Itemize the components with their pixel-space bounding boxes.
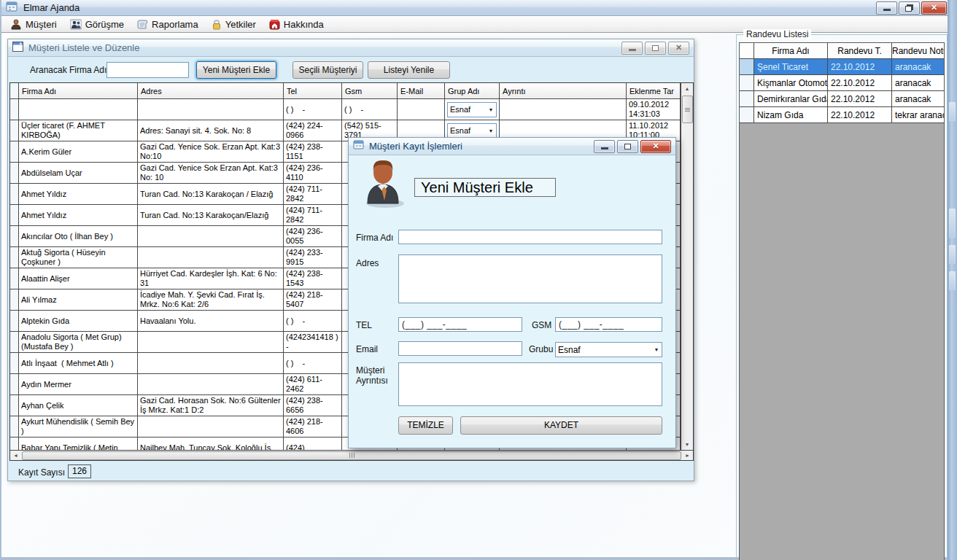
cell-firma[interactable]: Nizam Gıda xyxy=(754,107,828,123)
cell-firma[interactable]: Aykurt Mühendislik ( Semih Bey ) xyxy=(19,416,138,438)
delete-customer-button[interactable]: Seçili Müşteriyi Sil xyxy=(292,61,363,79)
row-header-cell[interactable] xyxy=(740,107,754,123)
cell-ayrinti[interactable] xyxy=(500,99,627,120)
cell-firma[interactable]: Ali Yılmaz xyxy=(19,289,138,311)
clear-button[interactable]: TEMİZLE xyxy=(398,416,453,435)
row-header-cell[interactable] xyxy=(10,332,19,353)
row-header-cell[interactable] xyxy=(10,205,19,226)
cell-firma[interactable]: Ahmet Yıldız xyxy=(19,184,138,205)
grup-combo[interactable]: Esnaf▼ xyxy=(447,102,497,117)
col-randevu-notu[interactable]: Randevu Notu xyxy=(892,43,945,59)
cell-randevu-tarihi[interactable]: 22.10.2012 xyxy=(828,91,892,107)
cell-firma[interactable]: Akıncılar Oto ( İlhan Bey ) xyxy=(19,226,138,247)
cell-randevu-tarihi[interactable]: 22.10.2012 xyxy=(828,75,892,91)
tel-input[interactable]: (___) ___-____ xyxy=(398,317,522,332)
row-header-cell[interactable] xyxy=(10,141,19,163)
corner-header[interactable] xyxy=(740,43,754,59)
dialog-minimize-button[interactable] xyxy=(594,140,615,153)
menu-yetkiler[interactable]: Yetkiler xyxy=(205,17,263,32)
scroll-up-icon[interactable]: ▲ xyxy=(681,83,693,94)
cell-firma[interactable]: Aktuğ Sigorta ( Hüseyin Çoşkuner ) xyxy=(19,247,138,268)
cell-tel[interactable]: (424) 218-5407 xyxy=(284,289,342,311)
cell-tel[interactable]: (424) xyxy=(284,438,342,450)
cell-adres[interactable]: Hürriyet Cad. Kardeşler İşh. Kat: 6 No: … xyxy=(138,268,284,289)
scroll-right-icon[interactable]: ► xyxy=(682,451,693,461)
col-adres[interactable]: Adres xyxy=(138,83,284,99)
cell-randevu-notu[interactable]: aranacak xyxy=(892,75,945,91)
appointment-row[interactable]: Kişmanlar Otomotiv22.10.2012aranacak xyxy=(740,75,945,91)
gsm-input[interactable]: (___) ___-____ xyxy=(555,317,662,332)
cell-firma[interactable]: Ahmet Yıldız xyxy=(19,205,138,226)
refresh-list-button[interactable]: Listeyi Yenile xyxy=(368,61,450,79)
row-header-cell[interactable] xyxy=(10,247,19,268)
cell-firma[interactable] xyxy=(19,99,138,120)
cell-randevu-notu[interactable]: aranacak xyxy=(892,59,945,75)
cell-tel[interactable]: (424) 236-0055 xyxy=(284,226,342,247)
cell-firma[interactable]: Alaattin Alişer xyxy=(19,268,138,289)
cell-firma[interactable]: Alptekin Gıda xyxy=(19,311,138,332)
vertical-scroll-thumb[interactable] xyxy=(682,96,693,123)
col-tel[interactable]: Tel xyxy=(284,83,342,99)
cell-tel[interactable]: (424) 238-6656 xyxy=(284,395,342,416)
dialog-maximize-button[interactable] xyxy=(617,140,638,153)
cell-adres[interactable] xyxy=(138,332,284,353)
cell-adres[interactable]: İcadiye Mah. Y. Şevki Cad. Fırat İş. Mrk… xyxy=(138,289,284,311)
scroll-left-icon[interactable]: ◄ xyxy=(10,451,21,461)
menu-musteri[interactable]: Müşteri xyxy=(4,17,63,32)
cell-firma[interactable]: Demirkıranlar Gıda xyxy=(754,91,828,107)
cell-firma[interactable]: Şenel Ticaret xyxy=(754,59,828,75)
row-header-cell[interactable] xyxy=(740,91,754,107)
cell-adres[interactable]: Turan Cad. No:13 Karakoçan / Elazığ xyxy=(138,184,284,205)
cell-adres[interactable]: Turan Cad. No:13 Karakoçan/Elazığ xyxy=(138,205,284,226)
save-button[interactable]: KAYDET xyxy=(460,416,662,435)
appointment-row[interactable]: Şenel Ticaret22.10.2012aranacak xyxy=(740,59,945,75)
grubu-combo[interactable]: Esnaf ▼ xyxy=(555,342,662,357)
close-button[interactable]: ✕ xyxy=(921,1,947,15)
cell-tel[interactable]: ( ) - xyxy=(284,311,342,332)
col-randevu-t[interactable]: Randevu T. xyxy=(828,43,892,59)
appointment-row[interactable]: Demirkıranlar Gıda22.10.2012aranacak xyxy=(740,91,945,107)
cell-adres[interactable] xyxy=(138,416,284,438)
col-ayrinti[interactable]: Ayrıntı xyxy=(500,83,627,99)
main-titlebar[interactable]: Elmar Ajanda ✕ xyxy=(1,0,957,16)
child-minimize-button[interactable] xyxy=(621,42,643,55)
cell-tel[interactable]: (424) 238-1151 xyxy=(284,141,342,163)
minimize-button[interactable] xyxy=(876,1,897,15)
child-close-button[interactable]: ✕ xyxy=(668,42,689,55)
col-grup[interactable]: Grup Adı xyxy=(445,83,500,99)
scroll-down-icon[interactable]: ▼ xyxy=(681,439,693,450)
cell-tel[interactable]: ( ) - xyxy=(284,99,342,120)
cell-adres[interactable]: Adres: Sanayi sit. 4. Sok. No: 8 xyxy=(138,120,284,141)
row-header-cell[interactable] xyxy=(10,289,19,311)
cell-firma[interactable]: Üçler ticaret (F. AHMET KIRBOĞA) xyxy=(19,120,138,141)
row-header-cell[interactable] xyxy=(10,226,19,247)
row-header-cell[interactable] xyxy=(10,163,19,184)
cell-adres[interactable] xyxy=(138,247,284,268)
cell-firma[interactable]: Kişmanlar Otomotiv xyxy=(754,75,828,91)
cell-adres[interactable] xyxy=(138,99,284,120)
row-header-cell[interactable] xyxy=(10,374,19,395)
col-email[interactable]: E-Mail xyxy=(398,83,445,99)
row-header-cell[interactable] xyxy=(10,268,19,289)
vertical-scrollbar[interactable]: ▲ ▼ xyxy=(681,83,693,450)
cell-adres[interactable]: Gazi Cad. Horasan Sok. No:6 Gültenler İş… xyxy=(138,395,284,416)
firma-input[interactable] xyxy=(398,230,662,244)
cell-tel[interactable]: (424) 238-1543 xyxy=(284,268,342,289)
cell-firma[interactable]: Abdülselam Uçar xyxy=(19,163,138,184)
cell-tel[interactable]: (424) 711-2842 xyxy=(284,184,342,205)
cell-tel[interactable]: (4242341418 ) - xyxy=(284,332,342,353)
horizontal-scroll-thumb[interactable] xyxy=(22,451,681,460)
col-firma[interactable]: Firma Adı xyxy=(754,43,828,59)
cell-tel[interactable]: (424) 233-9915 xyxy=(284,247,342,268)
restore-button[interactable] xyxy=(899,1,920,15)
cell-adres[interactable]: Nailbey Mah. Tuncay Sok. Koloğlu İş. xyxy=(138,438,284,450)
cell-adres[interactable] xyxy=(138,226,284,247)
row-header-cell[interactable] xyxy=(10,395,19,416)
cell-tel[interactable]: (424) 611-2462 xyxy=(284,374,342,395)
dialog-close-button[interactable]: ✕ xyxy=(640,140,671,153)
cell-adres[interactable]: Havaalanı Yolu. xyxy=(138,311,284,332)
menu-gorusme[interactable]: Görüşme xyxy=(63,17,131,32)
cell-tel[interactable]: (424) 218-4606 xyxy=(284,416,342,438)
cell-firma[interactable]: Aydın Mermer xyxy=(19,374,138,395)
row-header-cell[interactable] xyxy=(10,416,19,438)
